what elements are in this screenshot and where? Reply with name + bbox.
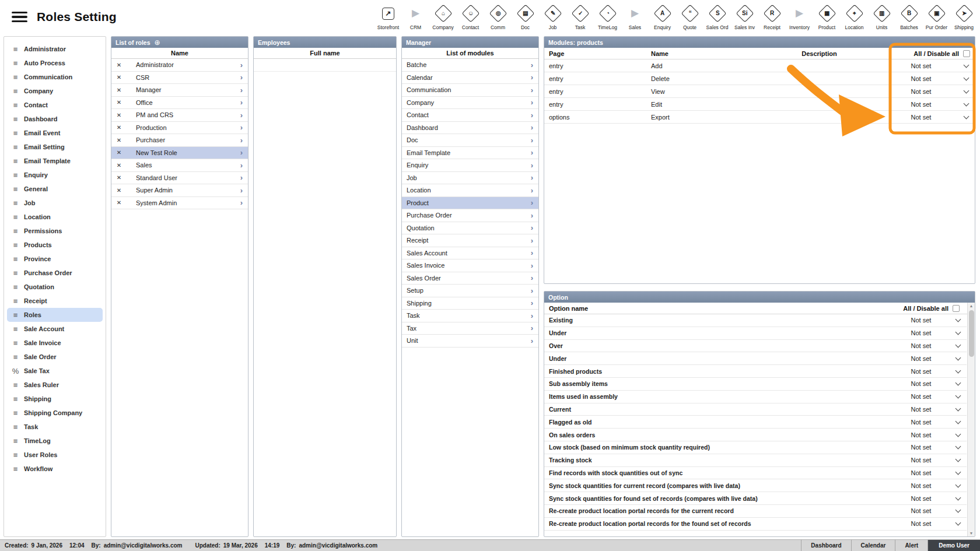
chevron-right-icon[interactable]: › xyxy=(531,61,538,69)
option-dropdown[interactable]: Not set xyxy=(886,419,962,426)
role-row[interactable]: ✕ Super Admin › xyxy=(111,184,248,197)
toolbar-item[interactable]: “ Quote xyxy=(676,4,704,30)
sidebar-item[interactable]: ≡ User Roles xyxy=(7,448,103,462)
option-dropdown[interactable]: Not set xyxy=(886,431,962,438)
chevron-right-icon[interactable]: › xyxy=(531,312,538,320)
option-dropdown[interactable]: Not set xyxy=(886,457,962,464)
option-dropdown[interactable]: Not set xyxy=(886,495,962,502)
chevron-right-icon[interactable]: › xyxy=(240,124,248,131)
chevron-right-icon[interactable]: › xyxy=(531,187,538,194)
chevron-right-icon[interactable]: › xyxy=(240,99,248,106)
toolbar-item[interactable]: ▶ Inventory xyxy=(786,4,813,30)
module-row[interactable]: Purchase Order › xyxy=(402,209,538,222)
chevron-right-icon[interactable]: › xyxy=(531,174,538,181)
sidebar-item[interactable]: ≡ Administrator xyxy=(7,42,103,56)
delete-role-icon[interactable]: ✕ xyxy=(111,187,127,194)
chevron-right-icon[interactable]: › xyxy=(240,111,248,119)
chevron-right-icon[interactable]: › xyxy=(531,299,538,307)
option-dropdown[interactable]: Not set xyxy=(886,444,962,451)
toolbar-item[interactable]: ▦ Product xyxy=(813,4,841,30)
delete-role-icon[interactable]: ✕ xyxy=(111,74,127,80)
chevron-right-icon[interactable]: › xyxy=(240,174,248,181)
module-row[interactable]: Unit › xyxy=(402,335,538,348)
role-row[interactable]: ✕ Sales › xyxy=(111,159,248,172)
chevron-right-icon[interactable]: › xyxy=(240,86,248,94)
module-row[interactable]: Doc › xyxy=(402,134,538,147)
hamburger-menu-icon[interactable] xyxy=(12,9,27,25)
role-row[interactable]: ✕ Purchaser › xyxy=(111,134,248,147)
module-row[interactable]: Location › xyxy=(402,184,538,197)
sidebar-item[interactable]: ≡ Roles xyxy=(7,308,103,322)
module-row[interactable]: Quotation › xyxy=(402,222,538,235)
toolbar-item[interactable]: ⌂ Company xyxy=(429,4,457,30)
sidebar-item[interactable]: ≡ Sale Invoice xyxy=(7,336,103,350)
delete-role-icon[interactable]: ✕ xyxy=(111,112,127,118)
toolbar-item[interactable]: ✎ Job xyxy=(539,4,566,30)
sidebar-item[interactable]: ≡ Dashboard xyxy=(7,112,103,126)
module-row[interactable]: Dashboard › xyxy=(402,122,538,135)
option-dropdown[interactable]: Not set xyxy=(886,520,962,527)
option-dropdown[interactable]: Not set xyxy=(886,469,962,476)
role-row[interactable]: ✕ System Admin › xyxy=(111,197,248,210)
chevron-right-icon[interactable]: › xyxy=(240,149,248,156)
module-row[interactable]: Calendar › xyxy=(402,72,538,85)
sidebar-item[interactable]: ≡ Enquiry xyxy=(7,168,103,182)
chevron-right-icon[interactable]: › xyxy=(531,262,538,269)
sidebar-item[interactable]: ≡ Job xyxy=(7,196,103,210)
chevron-right-icon[interactable]: › xyxy=(531,324,538,332)
module-row[interactable]: Sales Account › xyxy=(402,247,538,260)
sidebar-item[interactable]: ≡ TimeLog xyxy=(7,434,103,448)
sidebar-item[interactable]: ≡ Products xyxy=(7,238,103,252)
chevron-right-icon[interactable]: › xyxy=(531,99,538,106)
module-row[interactable]: Batche › xyxy=(402,59,538,72)
role-row[interactable]: ✕ Production › xyxy=(111,122,248,135)
chevron-right-icon[interactable]: › xyxy=(531,73,538,81)
chevron-right-icon[interactable]: › xyxy=(240,199,248,206)
delete-role-icon[interactable]: ✕ xyxy=(111,99,127,106)
toolbar-item[interactable]: ▶ Sales xyxy=(621,4,649,30)
module-row[interactable]: Product › xyxy=(402,197,538,210)
permission-dropdown[interactable]: Not set xyxy=(878,75,970,82)
sidebar-item[interactable]: ≡ Sale Account xyxy=(7,322,103,336)
footer-button[interactable]: Calendar xyxy=(851,540,895,551)
sidebar-item[interactable]: ≡ Quotation xyxy=(7,280,103,294)
option-dropdown[interactable]: Not set xyxy=(886,380,962,387)
role-row[interactable]: ✕ CSR › xyxy=(111,72,248,85)
chevron-right-icon[interactable]: › xyxy=(240,187,248,194)
sidebar-item[interactable]: ≡ Auto Process xyxy=(7,56,103,70)
permission-dropdown[interactable]: Not set xyxy=(878,101,970,108)
sidebar-item[interactable]: ≡ Receipt xyxy=(7,294,103,308)
role-row[interactable]: ✕ PM and CRS › xyxy=(111,109,248,122)
chevron-right-icon[interactable]: › xyxy=(531,111,538,119)
footer-button[interactable]: Dashboard xyxy=(801,540,850,551)
toolbar-item[interactable]: R Receipt xyxy=(758,4,786,30)
sidebar-item[interactable]: ≡ General xyxy=(7,182,103,196)
sidebar-item[interactable]: ≡ Sale Order xyxy=(7,350,103,364)
vertical-scrollbar[interactable]: ▲ ▼ xyxy=(967,303,975,536)
toolbar-item[interactable]: ⌖ Location xyxy=(841,4,868,30)
footer-button[interactable]: Demo User xyxy=(928,540,980,551)
sidebar-item[interactable]: ≡ Email Template xyxy=(7,154,103,168)
toolbar-item[interactable]: B Batches xyxy=(895,4,923,30)
delete-role-icon[interactable]: ✕ xyxy=(111,124,127,131)
chevron-right-icon[interactable]: › xyxy=(531,337,538,345)
option-dropdown[interactable]: Not set xyxy=(886,355,962,362)
chevron-right-icon[interactable]: › xyxy=(531,224,538,231)
chevron-right-icon[interactable]: › xyxy=(531,287,538,294)
sidebar-item[interactable]: ≡ Workflow xyxy=(7,462,103,476)
toolbar-item[interactable]: ▣ Pur Order xyxy=(923,4,950,30)
sidebar-item[interactable]: ≡ Purchase Order xyxy=(7,266,103,280)
chevron-right-icon[interactable]: › xyxy=(531,212,538,219)
sidebar-item[interactable]: ≡ Sales Ruler xyxy=(7,378,103,392)
chevron-right-icon[interactable]: › xyxy=(240,136,248,144)
role-row[interactable]: ✕ Standard User › xyxy=(111,172,248,185)
toolbar-item[interactable]: ◔ TimeLog xyxy=(594,4,621,30)
option-dropdown[interactable]: Not set xyxy=(886,507,962,514)
permission-dropdown[interactable]: Not set xyxy=(878,62,970,69)
toolbar-item[interactable]: ▥ Units xyxy=(868,4,895,30)
role-row[interactable]: ✕ Manager › xyxy=(111,84,248,97)
module-row[interactable]: Task › xyxy=(402,310,538,322)
option-dropdown[interactable]: Not set xyxy=(886,342,962,349)
sidebar-item[interactable]: % Sale Tax xyxy=(7,364,103,378)
scrollbar-thumb[interactable] xyxy=(969,310,974,357)
